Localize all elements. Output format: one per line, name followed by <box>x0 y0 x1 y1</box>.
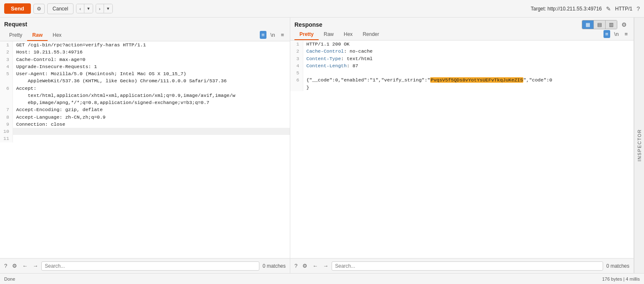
table-row: 4 Content-Length: 87 <box>290 62 634 69</box>
response-search-settings-button[interactable]: ⚙ <box>301 262 309 270</box>
send-button[interactable]: Send <box>4 3 31 14</box>
request-code-table: 1 GET /cgi-bin/rpc?action=verify-haras H… <box>0 41 290 142</box>
table-row: 4 Upgrade-Insecure-Requests: 1 <box>0 63 290 70</box>
response-search-prev-button[interactable]: ← <box>311 262 319 270</box>
cancel-button[interactable]: Cancel <box>47 3 74 14</box>
tab-request-pretty[interactable]: Pretty <box>4 30 27 41</box>
response-search-next-button[interactable]: → <box>321 262 330 270</box>
edit-target-button[interactable]: ✎ <box>606 5 611 12</box>
request-body-icon[interactable]: ≡ <box>260 31 266 39</box>
request-code-area[interactable]: 1 GET /cgi-bin/rpc?action=verify-haras H… <box>0 41 290 258</box>
view-toggle-grid-button[interactable]: ▦ <box>582 20 594 29</box>
inspector-label: INSPECTOR <box>637 129 642 161</box>
response-tab-icons: ≡ \n ≡ <box>603 30 629 40</box>
table-row: 6 Accept: text/html,application/xhtml+xm… <box>0 85 290 106</box>
table-row: 2 Cache-Control: no-cache <box>290 48 634 55</box>
http-version-label: HTTP/1 <box>615 6 632 12</box>
request-bottom-bar: ? ⚙ ← → 0 matches <box>0 258 290 273</box>
response-search-input[interactable] <box>332 261 603 271</box>
table-row: 6 {"__code":0,"enabled":"1","verify_stri… <box>290 76 634 91</box>
target-label: Target: http://10.211.55.3:49716 <box>531 6 602 12</box>
help-button[interactable]: ? <box>636 5 640 12</box>
top-toolbar: Send ⚙ Cancel ‹ ▾ › ▾ Target: http://10.… <box>0 0 644 18</box>
status-right: 176 bytes | 4 millis <box>602 276 640 281</box>
request-panel-header: Request Pretty Raw Hex ≡ \n ≡ <box>0 18 290 41</box>
table-row: 11 <box>0 135 290 142</box>
request-matches-count: 0 matches <box>261 263 287 269</box>
top-bar-right: Target: http://10.211.55.3:49716 ✎ HTTP/… <box>531 5 640 12</box>
response-matches-count: 0 matches <box>605 263 631 269</box>
request-search-next-button[interactable]: → <box>31 262 40 270</box>
status-left: Done <box>4 276 15 281</box>
inspector-sidebar: INSPECTOR <box>634 18 644 273</box>
response-panel: Response ▦ ▤ ▥ ⚙ Pretty Raw Hex Render ≡… <box>290 18 634 273</box>
table-row: 1 HTTP/1.1 200 OK <box>290 41 634 48</box>
request-wrap-icon[interactable]: ≡ <box>279 31 286 39</box>
response-panel-title: Response <box>294 21 582 28</box>
table-row: 5 <box>290 69 634 76</box>
table-row: 2 Host: 10.211.55.3:49716 <box>0 48 290 56</box>
nav-prev-dropdown-button[interactable]: ▾ <box>84 4 93 13</box>
nav-next-dropdown-button[interactable]: ▾ <box>104 4 112 13</box>
status-bar: Done 176 bytes | 4 millis <box>0 273 644 284</box>
table-row: 5 User-Agent: Mozilla/5.0 (Macintosh; In… <box>0 70 290 85</box>
table-row: 1 GET /cgi-bin/rpc?action=verify-haras H… <box>0 41 290 48</box>
table-row: 9 Connection: close <box>0 121 290 128</box>
view-toggle-list-button[interactable]: ▥ <box>606 20 617 29</box>
table-row: 8 Accept-Language: zh-CN,zh;q=0.9 <box>0 114 290 121</box>
tab-request-raw[interactable]: Raw <box>27 30 48 41</box>
response-search-help-button[interactable]: ? <box>293 262 299 270</box>
table-row: 3 Cache-Control: max-age=0 <box>0 56 290 63</box>
table-row: 3 Content-Type: text/html <box>290 55 634 62</box>
response-settings-button[interactable]: ⚙ <box>619 20 629 29</box>
response-tabs-row: Pretty Raw Hex Render ≡ \n ≡ <box>290 29 634 40</box>
view-toggle-group: ▦ ▤ ▥ <box>582 20 617 29</box>
nav-next-button[interactable]: › <box>96 4 104 13</box>
response-panel-header: Response ▦ ▤ ▥ ⚙ Pretty Raw Hex Render ≡… <box>290 18 634 41</box>
settings-button[interactable]: ⚙ <box>33 4 45 14</box>
tab-response-pretty[interactable]: Pretty <box>294 29 319 40</box>
request-newline-icon[interactable]: \n <box>269 31 277 39</box>
nav-next-group: › ▾ <box>96 4 113 13</box>
tab-response-render[interactable]: Render <box>357 29 384 40</box>
request-search-prev-button[interactable]: ← <box>20 262 29 270</box>
response-key: Content-Length <box>307 63 347 68</box>
response-bottom-bar: ? ⚙ ← → 0 matches <box>290 258 634 273</box>
response-body-icon[interactable]: ≡ <box>603 30 610 38</box>
nav-prev-button[interactable]: ‹ <box>76 4 84 13</box>
view-toggle-split-button[interactable]: ▤ <box>594 20 606 29</box>
response-header-top-row: Response ▦ ▤ ▥ ⚙ <box>290 18 634 29</box>
request-tabs-row: Pretty Raw Hex ≡ \n ≡ <box>4 30 286 41</box>
response-wrap-icon[interactable]: ≡ <box>623 30 629 38</box>
nav-prev-group: ‹ ▾ <box>76 4 93 13</box>
highlighted-value: PvqsV5f5QDs8vYotYsUEFvTkqJuKeZIS <box>430 77 523 83</box>
request-panel: Request Pretty Raw Hex ≡ \n ≡ 1 GET /cgi… <box>0 18 290 273</box>
response-key: Cache-Control <box>307 48 344 54</box>
tab-response-hex[interactable]: Hex <box>339 29 357 40</box>
response-code-area[interactable]: 1 HTTP/1.1 200 OK 2 Cache-Control: no-ca… <box>290 41 634 258</box>
response-code-table: 1 HTTP/1.1 200 OK 2 Cache-Control: no-ca… <box>290 41 634 91</box>
tab-response-raw[interactable]: Raw <box>319 29 339 40</box>
table-row: 7 Accept-Encoding: gzip, deflate <box>0 106 290 113</box>
table-row: 10 <box>0 128 290 135</box>
request-search-input[interactable] <box>41 261 259 271</box>
request-search-settings-button[interactable]: ⚙ <box>10 262 19 270</box>
tab-request-hex[interactable]: Hex <box>48 30 66 41</box>
request-search-help-button[interactable]: ? <box>3 262 9 270</box>
request-panel-title: Request <box>4 21 286 28</box>
response-newline-icon[interactable]: \n <box>613 30 621 38</box>
response-key: Content-Type <box>307 56 341 61</box>
main-area: Request Pretty Raw Hex ≡ \n ≡ 1 GET /cgi… <box>0 18 644 273</box>
request-tab-icons: ≡ \n ≡ <box>260 31 286 41</box>
